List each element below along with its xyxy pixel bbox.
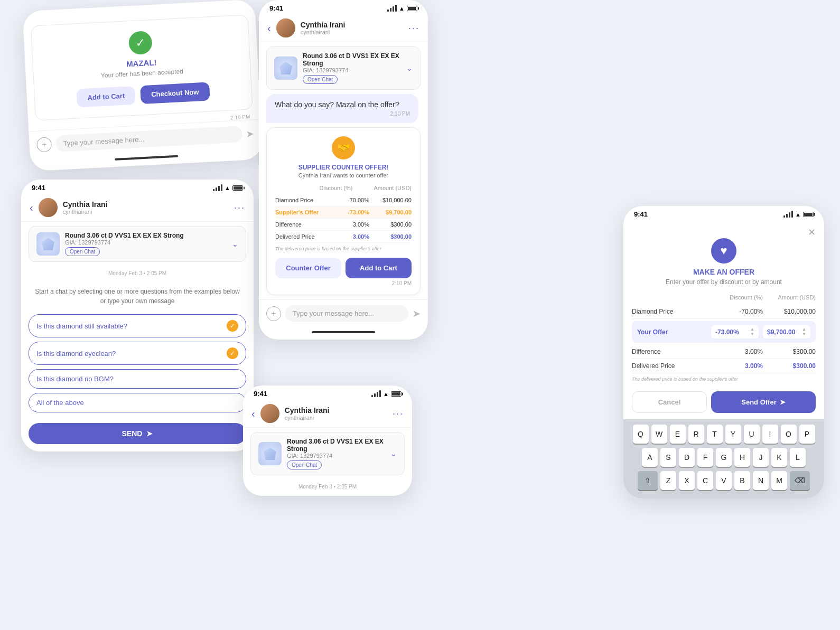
key-z[interactable]: Z <box>660 471 676 490</box>
key-s[interactable]: S <box>660 448 676 467</box>
spinner-up-icon[interactable]: ▲ <box>750 327 754 332</box>
key-m[interactable]: M <box>771 471 787 490</box>
more-button[interactable]: ··· <box>393 408 404 419</box>
question-item-4[interactable]: All of the above <box>29 393 246 412</box>
product-card[interactable]: Round 3.06 ct D VVS1 EX EX EX Strong GIA… <box>266 46 421 90</box>
cancel-button[interactable]: Cancel <box>632 391 707 413</box>
offer-note: The delivered price is based on the supp… <box>632 377 816 382</box>
chevron-down-icon[interactable]: ⌄ <box>406 64 413 72</box>
nav-bar: ‹ Cynthia Irani cynthiairani ··· <box>21 194 254 222</box>
offer-title: SUPPLIER COUNTER OFFER! <box>275 164 412 171</box>
question-list: Is this diamond still available? ✓ Is th… <box>21 310 254 421</box>
spinner-down-icon[interactable]: ▼ <box>750 332 754 336</box>
key-o[interactable]: O <box>781 425 797 444</box>
phone-counter-offer: 9:41 ▲ ‹ Cynthia Irani cynthiairani ··· … <box>259 0 428 340</box>
key-x[interactable]: X <box>679 471 695 490</box>
product-name: Round 3.06 ct D VVS1 EX EX EX Strong <box>65 232 232 239</box>
send-arrow-icon: ➤ <box>146 429 153 438</box>
key-l[interactable]: L <box>790 448 806 467</box>
product-card[interactable]: Round 3.06 ct D VVS1 EX EX EX Strong GIA… <box>250 432 405 475</box>
open-chat-button[interactable]: Open Chat <box>287 460 322 469</box>
send-arrow-icon: ➤ <box>780 398 786 406</box>
row-discount-3: 3.00% <box>332 221 369 228</box>
key-i[interactable]: I <box>762 425 778 444</box>
send-icon[interactable]: ➤ <box>413 308 421 319</box>
open-chat-button[interactable]: Open Chat <box>65 247 100 256</box>
key-a[interactable]: A <box>642 448 658 467</box>
back-button[interactable]: ‹ <box>30 202 33 214</box>
key-b[interactable]: B <box>734 471 750 490</box>
diamond-icon <box>279 62 292 74</box>
delete-key[interactable]: ⌫ <box>790 471 810 490</box>
key-w[interactable]: W <box>651 425 667 444</box>
amount-input[interactable]: $9,700.00 ▲ ▼ <box>763 325 810 338</box>
key-y[interactable]: Y <box>725 425 741 444</box>
more-button[interactable]: ··· <box>234 202 245 213</box>
status-time: 9:41 <box>32 184 45 192</box>
status-time: 9:41 <box>634 210 648 218</box>
check-badge-1: ✓ <box>227 320 238 332</box>
back-button[interactable]: ‹ <box>251 408 255 420</box>
row-label: Diamond Price <box>632 308 710 315</box>
send-offer-button[interactable]: Send Offer ➤ <box>711 391 816 413</box>
key-f[interactable]: F <box>697 448 713 467</box>
key-v[interactable]: V <box>716 471 732 490</box>
key-p[interactable]: P <box>799 425 815 444</box>
key-j[interactable]: J <box>753 448 769 467</box>
contact-info: Cynthia Irani cynthiairani <box>301 21 408 35</box>
key-h[interactable]: H <box>734 448 750 467</box>
product-card[interactable]: Round 3.06 ct D VVS1 EX EX EX Strong GIA… <box>29 226 246 262</box>
question-item-2[interactable]: Is this diamond eyeclean? ✓ <box>29 342 246 365</box>
your-offer-row: Your Offer -73.00% ▲ ▼ $9,700.00 ▲ ▼ <box>632 321 816 343</box>
discount-input[interactable]: -73.00% ▲ ▼ <box>711 325 759 338</box>
message-input[interactable]: Type your message here... <box>55 126 242 152</box>
key-r[interactable]: R <box>688 425 704 444</box>
product-info: Round 3.06 ct D VVS1 EX EX EX Strong GIA… <box>65 232 232 256</box>
signal-icon <box>387 5 397 12</box>
key-k[interactable]: K <box>771 448 787 467</box>
question-item-1[interactable]: Is this diamond still available? ✓ <box>29 314 246 337</box>
back-button[interactable]: ‹ <box>267 22 271 34</box>
phone-make-offer: 9:41 ▲ ✕ ♥ MAKE AN OFFER Enter your offe… <box>623 206 824 499</box>
date-divider: Monday Feb 3 • 2:05 PM <box>29 266 246 280</box>
status-bar: 9:41 ▲ <box>21 180 254 194</box>
message-input[interactable]: Type your message here... <box>285 305 408 322</box>
product-gia: GIA: 1329793774 <box>287 453 390 459</box>
counter-offer-button[interactable]: Counter Offer <box>275 258 341 278</box>
key-c[interactable]: C <box>697 471 713 490</box>
key-d[interactable]: D <box>679 448 695 467</box>
amount-spinner[interactable]: ▲ ▼ <box>802 327 806 336</box>
product-gia: GIA: 1329793774 <box>65 239 232 246</box>
signal-icon <box>213 184 222 191</box>
key-e[interactable]: E <box>670 425 686 444</box>
send-button[interactable]: SEND ➤ <box>29 423 246 444</box>
spinner-up-icon[interactable]: ▲ <box>802 327 806 332</box>
add-attachment-button[interactable]: + <box>36 137 52 152</box>
discount-spinner[interactable]: ▲ ▼ <box>750 327 754 336</box>
header-amount: Amount (USD) <box>763 294 816 300</box>
chevron-down-icon[interactable]: ⌄ <box>232 240 238 248</box>
chevron-down-icon[interactable]: ⌄ <box>390 449 397 458</box>
product-name: Round 3.06 ct D VVS1 EX EX EX Strong <box>303 52 406 67</box>
key-g[interactable]: G <box>716 448 732 467</box>
add-to-cart-button[interactable]: Add to Cart <box>77 86 136 108</box>
key-n[interactable]: N <box>753 471 769 490</box>
close-button[interactable]: ✕ <box>808 227 816 238</box>
wifi-icon: ▲ <box>399 5 405 12</box>
add-attachment-button[interactable]: + <box>266 306 281 321</box>
question-item-3[interactable]: Is this diamond no BGM? <box>29 369 246 389</box>
send-icon[interactable]: ➤ <box>246 128 255 140</box>
row-discount-2: -73.00% <box>332 209 369 215</box>
open-chat-button[interactable]: Open Chat <box>303 75 338 84</box>
more-button[interactable]: ··· <box>408 23 419 34</box>
key-u[interactable]: U <box>744 425 760 444</box>
contact-handle: cynthiairani <box>285 415 393 421</box>
key-t[interactable]: T <box>707 425 723 444</box>
signal-icon <box>371 390 381 397</box>
shift-key[interactable]: ⇧ <box>638 471 658 490</box>
spinner-down-icon[interactable]: ▼ <box>802 332 806 336</box>
checkout-now-button[interactable]: Checkout Now <box>140 82 210 104</box>
key-q[interactable]: Q <box>633 425 649 444</box>
table-row-3: Difference 3.00% $300.00 <box>275 219 412 231</box>
add-to-cart-button[interactable]: Add to Cart <box>346 258 412 278</box>
